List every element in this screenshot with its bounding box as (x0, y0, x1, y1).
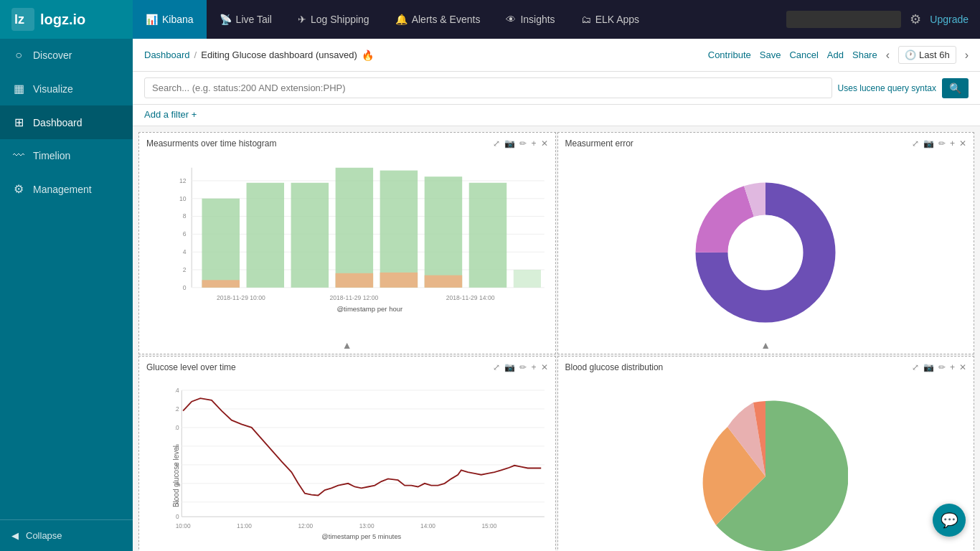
nav-item-log-shipping[interactable]: ✈ Log Shipping (285, 0, 382, 39)
measurement-error-actions: ⤢ 📷 ✏ + ✕ (912, 138, 966, 149)
nav-search-input[interactable] (786, 11, 901, 28)
svg-rect-18 (202, 280, 239, 287)
svg-text:14: 14 (175, 387, 179, 394)
log-shipping-icon: ✈ (298, 14, 306, 25)
sidebar: ○ Discover ▦ Visualize ⊞ Dashboard 〰 Tim… (0, 39, 133, 551)
glucose-time-panel: Glucose level over time ⤢ 📷 ✏ + ✕ Blood … (138, 356, 556, 551)
breadcrumb-link[interactable]: Dashboard (144, 50, 190, 60)
nav-item-insights[interactable]: 👁 Insights (493, 0, 567, 39)
svg-rect-25 (425, 176, 462, 288)
gd-close-icon[interactable]: ✕ (959, 362, 966, 372)
nav-item-alerts[interactable]: 🔔 Alerts & Events (382, 0, 494, 39)
breadcrumb: Dashboard / Editing Glucose dashboard (u… (144, 50, 374, 61)
histogram-title: Measurments over time histogram (146, 138, 276, 149)
nav-item-kibana[interactable]: 📊 Kibana (133, 0, 207, 39)
time-prev-icon[interactable]: ‹ (886, 49, 890, 62)
time-range-picker[interactable]: 🕐 Last 6h (898, 46, 956, 64)
share-button[interactable]: Share (852, 50, 877, 60)
svg-text:2018-11-29 12:00: 2018-11-29 12:00 (330, 294, 379, 301)
logo-text: logz.io (40, 11, 85, 28)
me-camera-icon[interactable]: 📷 (923, 138, 934, 149)
gt-close-icon[interactable]: ✕ (541, 362, 548, 372)
line-chart: Blood glucose level 0 (139, 375, 555, 551)
nav-right: ⚙ Upgrade (775, 11, 980, 28)
live-tail-icon: 📡 (220, 14, 232, 25)
histogram-panel-header: Measurments over time histogram ⤢ 📷 ✏ + … (139, 133, 555, 151)
histogram-expand-icon[interactable]: ⤢ (493, 138, 500, 149)
gt-add-icon[interactable]: + (531, 362, 536, 372)
histogram-add-icon[interactable]: + (531, 138, 536, 149)
line-chart-svg: 0 2 4 6 8 10 12 14 10:00 11:00 12:00 (175, 378, 548, 549)
histogram-panel: Measurments over time histogram ⤢ 📷 ✏ + … (138, 132, 556, 354)
measurement-error-body: ▲ (558, 151, 974, 354)
gt-camera-icon[interactable]: 📷 (504, 362, 515, 372)
fire-icon: 🔥 (362, 50, 374, 61)
settings-icon[interactable]: ⚙ (910, 11, 921, 27)
top-navigation: lz logz.io 📊 Kibana 📡 Live Tail ✈ Log Sh… (0, 0, 980, 39)
glucose-time-actions: ⤢ 📷 ✏ + ✕ (493, 362, 547, 372)
add-button[interactable]: Add (827, 50, 844, 60)
kibana-icon: 📊 (146, 14, 158, 25)
gt-expand-icon[interactable]: ⤢ (493, 362, 500, 372)
nav-item-live-tail[interactable]: 📡 Live Tail (207, 0, 285, 39)
sidebar-item-timelion[interactable]: 〰 Timelion (0, 139, 133, 172)
contribute-button[interactable]: Contribute (708, 50, 751, 60)
measurement-error-panel: Measurment error ⤢ 📷 ✏ + ✕ (557, 132, 975, 354)
svg-text:2018-11-29 10:00: 2018-11-29 10:00 (217, 294, 265, 301)
svg-text:@timestamp per hour: @timestamp per hour (336, 305, 403, 313)
save-button[interactable]: Save (760, 50, 781, 60)
sidebar-item-discover[interactable]: ○ Discover (0, 39, 133, 72)
histogram-actions: ⤢ 📷 ✏ + ✕ (493, 138, 547, 149)
me-expand-icon[interactable]: ⤢ (912, 138, 919, 149)
sidebar-item-visualize[interactable]: ▦ Visualize (0, 72, 133, 105)
svg-rect-23 (380, 171, 418, 288)
gt-edit-icon[interactable]: ✏ (519, 362, 527, 372)
upgrade-button[interactable]: Upgrade (930, 14, 969, 25)
gd-add-icon[interactable]: + (950, 362, 955, 372)
gd-edit-icon[interactable]: ✏ (938, 362, 946, 372)
donut-chart-svg (687, 174, 844, 331)
elk-apps-icon: 🗂 (581, 14, 591, 25)
svg-text:0: 0 (176, 513, 179, 520)
me-scroll-down-icon[interactable]: ▲ (760, 339, 771, 351)
svg-text:10: 10 (175, 424, 179, 431)
nav-items: 📊 Kibana 📡 Live Tail ✈ Log Shipping 🔔 Al… (133, 0, 775, 39)
management-icon: ⚙ (11, 182, 26, 196)
svg-text:2018-11-29 14:00: 2018-11-29 14:00 (446, 294, 495, 301)
lucene-hint[interactable]: Uses lucene query syntax (838, 83, 936, 93)
add-filter-button[interactable]: Add a filter + (144, 109, 197, 120)
nav-item-elk-apps[interactable]: 🗂 ELK Apps (568, 0, 653, 39)
gd-expand-icon[interactable]: ⤢ (912, 362, 919, 372)
glucose-dist-panel: Blood glucose distribution ⤢ 📷 ✏ + ✕ (557, 356, 975, 551)
me-edit-icon[interactable]: ✏ (938, 138, 946, 149)
histogram-camera-icon[interactable]: 📷 (504, 138, 515, 149)
pie-chart-svg (683, 394, 848, 551)
sidebar-bottom: ◀ Collapse (0, 519, 133, 551)
breadcrumb-separator: / (194, 50, 197, 60)
insights-icon: 👁 (506, 14, 516, 25)
dashboard-grid: Measurments over time histogram ⤢ 📷 ✏ + … (133, 126, 980, 551)
glucose-dist-title: Blood glucose distribution (565, 362, 664, 372)
svg-text:@timestamp per 5 minutes: @timestamp per 5 minutes (321, 533, 401, 540)
histogram-close-icon[interactable]: ✕ (541, 138, 548, 149)
me-close-icon[interactable]: ✕ (959, 138, 966, 149)
collapse-button[interactable]: ◀ Collapse (0, 520, 133, 551)
sidebar-item-management[interactable]: ⚙ Management (0, 172, 133, 206)
search-input[interactable] (144, 77, 832, 98)
cancel-button[interactable]: Cancel (789, 50, 818, 60)
chat-button[interactable]: 💬 (933, 504, 966, 537)
chat-icon: 💬 (941, 512, 958, 529)
histogram-scroll-down-icon[interactable]: ▲ (342, 339, 352, 351)
dashboard-icon: ⊞ (11, 116, 26, 129)
time-next-icon[interactable]: › (965, 49, 969, 62)
svg-text:12: 12 (179, 177, 187, 184)
sidebar-item-dashboard[interactable]: ⊞ Dashboard (0, 105, 133, 139)
collapse-arrow-icon: ◀ (11, 530, 19, 541)
search-button[interactable]: 🔍 (942, 78, 969, 98)
histogram-edit-icon[interactable]: ✏ (519, 138, 527, 149)
me-add-icon[interactable]: + (950, 138, 955, 149)
svg-text:0: 0 (183, 284, 187, 291)
pie-chart (558, 375, 974, 551)
gd-camera-icon[interactable]: 📷 (923, 362, 934, 372)
svg-rect-19 (247, 183, 284, 288)
